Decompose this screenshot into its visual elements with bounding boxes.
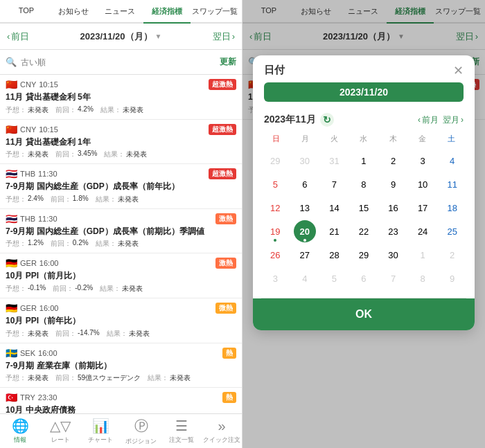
search-input[interactable]	[21, 57, 215, 67]
calendar-day-13[interactable]: 13	[294, 197, 316, 219]
list-item[interactable]: 🇸🇪 SEK 16:00 熱 7-9月期 産業在庫（前期比） 予想： 未発表 前…	[0, 343, 242, 388]
calendar-day-2[interactable]: 2	[382, 150, 405, 172]
bnav-icon: 📊	[92, 418, 109, 434]
list-item[interactable]: 🇹🇷 TRY 23:30 熱 10月 中央政府債務 予想： 未発表 前回： 6兆…	[0, 388, 242, 413]
calendar-day-5[interactable]: 5	[264, 173, 286, 195]
day-header-火: 火	[320, 131, 349, 147]
year-month-toggle-button[interactable]: ↻	[320, 113, 334, 127]
update-button[interactable]: 更新	[220, 56, 236, 68]
calendar-day-8[interactable]: 8	[412, 267, 434, 289]
chevron-left-icon: ‹	[7, 31, 10, 42]
prev-value: 0.2%	[73, 239, 89, 249]
nav-item-スワップ一覧[interactable]: スワップ一覧	[191, 1, 239, 22]
calendar-day-6[interactable]: 6	[353, 267, 375, 289]
prev-day-button[interactable]: ‹ 前日	[7, 30, 29, 43]
calendar-day-24[interactable]: 24	[412, 220, 434, 242]
bottom-nav-item-情報[interactable]: 🌐 情報	[0, 414, 40, 448]
calendar-day-7[interactable]: 7	[323, 173, 345, 195]
day-header-日: 日	[261, 131, 290, 147]
list-item[interactable]: 🇨🇳 CNY 10:15 超激熱 11月 貸出基礎金利 1年 予想： 未発表 前…	[0, 120, 242, 165]
calendar-day-1[interactable]: 1	[412, 244, 434, 266]
prev-month-button[interactable]: ‹ 前月	[418, 114, 439, 126]
calendar-day-31[interactable]: 31	[323, 150, 345, 172]
calendar-day-8[interactable]: 8	[353, 173, 375, 195]
calendar-day-17[interactable]: 17	[412, 197, 434, 219]
prev-value: -0.2%	[75, 284, 93, 294]
day-header-土: 土	[437, 131, 466, 147]
calendar-day-4[interactable]: 4	[294, 267, 316, 289]
prev-value: 4.2%	[78, 105, 94, 115]
calendar-day-12[interactable]: 12	[264, 197, 286, 219]
list-item[interactable]: 🇩🇪 GER 16:00 微熱 10月 PPI（前年比） 予想： 未発表 前回：…	[0, 298, 242, 343]
day-header-木: 木	[378, 131, 407, 147]
calendar-day-3[interactable]: 3	[412, 150, 434, 172]
calendar-close-button[interactable]: ✕	[453, 64, 464, 77]
calendar-day-11[interactable]: 11	[441, 173, 464, 195]
list-item[interactable]: 🇨🇳 CNY 10:15 超激熱 11月 貸出基礎金利 5年 予想： 未発表 前…	[0, 75, 242, 120]
event-time: 16:00	[38, 349, 58, 357]
event-flag-time: 🇸🇪 SEK 16:00	[6, 348, 58, 359]
calendar-day-16[interactable]: 16	[382, 197, 405, 219]
flag-icon: 🇸🇪	[6, 348, 17, 359]
calendar-day-28[interactable]: 28	[323, 244, 345, 266]
calendar-month-header: 2023年11月 ↻ ‹ 前月 翌月 ›	[253, 109, 475, 131]
bottom-nav-item-クイック注文[interactable]: » クイック注文	[202, 414, 242, 448]
bnav-label: レート	[51, 436, 70, 445]
list-item[interactable]: 🇹🇭 THB 11:30 超激熱 7-9月期 国内総生産（GDP）成長率（前年比…	[0, 164, 242, 209]
next-month-button[interactable]: 翌月 ›	[443, 114, 464, 126]
calendar-day-27[interactable]: 27	[294, 244, 316, 266]
next-day-button[interactable]: 翌日 ›	[213, 30, 235, 43]
bottom-nav-item-ポジション[interactable]: Ⓟ ポジション	[121, 414, 161, 448]
calendar-day-29[interactable]: 29	[264, 150, 286, 172]
forecast-value: 1.2%	[28, 239, 44, 249]
date-display[interactable]: 2023/11/20（月） ▼	[80, 30, 162, 43]
calendar-day-3[interactable]: 3	[264, 267, 286, 289]
calendar-year-month: 2023年11月	[264, 114, 316, 126]
result-label: 結果：	[148, 373, 168, 383]
result-value: 未発表	[122, 284, 143, 294]
calendar-day-30[interactable]: 30	[382, 244, 405, 266]
calendar-day-22[interactable]: 22	[353, 220, 375, 242]
flag-icon: 🇩🇪	[6, 258, 17, 269]
calendar-day-9[interactable]: 9	[441, 267, 464, 289]
calendar-day-21[interactable]: 21	[323, 220, 345, 242]
result-label: 結果：	[100, 284, 121, 294]
bottom-nav-item-レート[interactable]: △▽ レート	[40, 414, 80, 448]
event-flag-time: 🇨🇳 CNY 10:15	[6, 124, 58, 135]
calendar-day-25[interactable]: 25	[441, 220, 464, 242]
calendar-day-29[interactable]: 29	[353, 244, 375, 266]
bottom-nav-item-チャート[interactable]: 📊 チャート	[80, 414, 121, 448]
bottom-nav-item-注文一覧[interactable]: ☰ 注文一覧	[161, 414, 202, 448]
calendar-day-18[interactable]: 18	[441, 197, 464, 219]
calendar-day-6[interactable]: 6	[294, 173, 316, 195]
calendar-day-15[interactable]: 15	[353, 197, 375, 219]
calendar-day-23[interactable]: 23	[382, 220, 405, 242]
prev-month-label: 前月	[422, 114, 439, 126]
event-time: 10:15	[39, 80, 58, 89]
nav-item-お知らせ[interactable]: お知らせ	[50, 1, 97, 22]
calendar-day-10[interactable]: 10	[412, 173, 434, 195]
event-title: 7-9月期 国内総生産（GDP）成長率（前年比）	[6, 181, 236, 192]
calendar-day-5[interactable]: 5	[323, 267, 345, 289]
flag-icon: 🇨🇳	[6, 124, 17, 135]
calendar-day-14[interactable]: 14	[323, 197, 345, 219]
calendar-day-2[interactable]: 2	[441, 244, 464, 266]
calendar-day-20[interactable]: 20	[294, 220, 316, 242]
nav-item-ニュース[interactable]: ニュース	[97, 1, 144, 22]
calendar-selected-date: 2023/11/20	[264, 82, 464, 102]
calendar-day-4[interactable]: 4	[441, 150, 464, 172]
prev-item: 前回： 0.2%	[51, 239, 89, 249]
nav-item-経済指標[interactable]: 経済指標	[143, 1, 191, 24]
calendar-day-19[interactable]: 19	[264, 220, 286, 242]
calendar-day-7[interactable]: 7	[382, 267, 405, 289]
calendar-ok-button[interactable]: OK	[253, 298, 475, 330]
calendar-day-9[interactable]: 9	[382, 173, 405, 195]
list-item[interactable]: 🇹🇭 THB 11:30 激熱 7-9月期 国内総生産（GDP）成長率（前期比）…	[0, 209, 242, 254]
list-item[interactable]: 🇩🇪 GER 16:00 激熱 10月 PPI（前月比） 予想： -0.1% 前…	[0, 253, 242, 298]
nav-item-TOP[interactable]: TOP	[3, 1, 50, 22]
event-country: CNY	[20, 125, 36, 134]
calendar-day-30[interactable]: 30	[294, 150, 316, 172]
calendar-day-1[interactable]: 1	[353, 150, 375, 172]
calendar-day-26[interactable]: 26	[264, 244, 286, 266]
calendar-modal: 日付 ✕ 2023/11/20 2023年11月 ↻ ‹ 前月 翌月 ›	[253, 55, 475, 330]
